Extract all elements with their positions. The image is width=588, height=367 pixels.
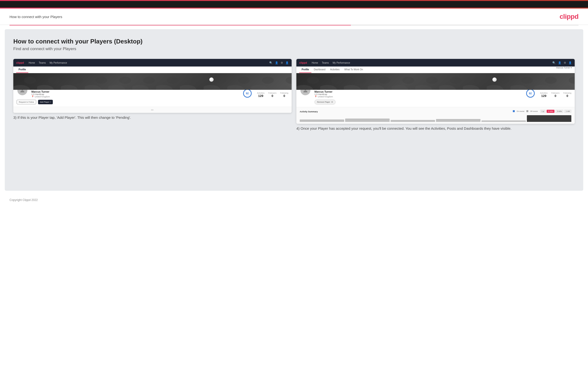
settings-icon[interactable]: ⚙ — [281, 61, 283, 64]
activity-legend: On course Off course — [513, 110, 537, 112]
right-nav-icons: 🔍 👤 ⚙ 👤 — [552, 61, 572, 64]
activity-filters: 1 yr 6 mths 3 mths 1 mth — [540, 110, 571, 113]
filter-6mths[interactable]: 6 mths — [547, 110, 554, 113]
left-hero-image — [13, 73, 292, 90]
left-quality-circle: 92 — [243, 89, 252, 98]
right-screenshot-col: clippd Home Teams My Performance 🔍 👤 ⚙ 👤… — [296, 59, 575, 131]
footer: Copyright Clippd 2022 — [0, 195, 588, 206]
activity-summary-subtitle — [319, 111, 319, 113]
right-quality-circle: 92 — [526, 89, 535, 98]
left-nav-teams[interactable]: Teams — [39, 61, 46, 64]
left-player-name: Marcus Turner — [31, 90, 238, 93]
left-mock-browser: clippd Home Teams My Performance 🔍 👤 ⚙ 👤… — [13, 59, 292, 113]
activity-chart — [300, 115, 571, 122]
right-avatar-icon[interactable]: 👤 — [569, 61, 572, 64]
left-followers-label: Followers — [268, 92, 277, 94]
tab-what-to-work-on[interactable]: What To Work On — [342, 67, 366, 73]
left-screenshot-col: clippd Home Teams My Performance 🔍 👤 ⚙ 👤… — [13, 59, 292, 131]
description-3: 3) If this is your Player tap, 'Add Play… — [13, 115, 292, 120]
player-dropdown[interactable]: Marcus Turner ▾ — [556, 67, 572, 73]
left-profile-buttons: Request to Follow Add Player + — [17, 100, 288, 104]
left-stat-activities: Activities 129 — [257, 92, 265, 98]
right-activities-label: Activities — [540, 92, 548, 94]
search-icon[interactable]: 🔍 — [269, 61, 273, 64]
description-4: 4) Once your Player has accepted your re… — [296, 126, 575, 131]
left-following-value: 0 — [280, 94, 288, 98]
header-divider — [9, 25, 579, 25]
right-nav-teams[interactable]: Teams — [322, 61, 329, 64]
page-subheading: Find and connect with your Players — [13, 47, 575, 51]
right-hero-image — [296, 73, 575, 90]
right-followers-label: Followers — [551, 92, 560, 94]
pencil-icon: ✏ — [151, 108, 154, 112]
right-tabs: Profile Dashboard Activities What To Wor… — [296, 67, 575, 73]
chart-bar-4 — [436, 119, 481, 122]
right-settings-icon[interactable]: ⚙ — [564, 61, 566, 64]
page-heading: How to connect with your Players (Deskto… — [13, 38, 575, 45]
right-nav-logo: clippd — [299, 61, 307, 64]
right-mock-browser: clippd Home Teams My Performance 🔍 👤 ⚙ 👤… — [296, 59, 575, 124]
on-course-dot — [513, 110, 515, 112]
tab-profile-right[interactable]: Profile — [299, 67, 311, 73]
left-nav-home[interactable]: Home — [28, 61, 35, 64]
request-follow-button[interactable]: Request to Follow — [17, 100, 36, 104]
left-stat-following: Following 0 — [280, 92, 288, 98]
chart-bar-2 — [345, 118, 390, 122]
right-nav: clippd Home Teams My Performance 🔍 👤 ⚙ 👤 — [296, 59, 575, 67]
filter-1mth[interactable]: 1 mth — [564, 110, 571, 113]
user-icon[interactable]: 👤 — [275, 61, 278, 64]
avatar-icon[interactable]: 👤 — [285, 61, 289, 64]
filter-1yr[interactable]: 1 yr — [540, 110, 546, 113]
tab-activities[interactable]: Activities — [328, 67, 342, 73]
chart-bar-5 — [481, 120, 526, 122]
activity-summary-title: Activity Summary — [300, 110, 318, 113]
left-scroll-indicator: ✏ — [13, 107, 292, 113]
tab-profile-left[interactable]: Profile — [16, 67, 28, 73]
remove-x-icon: ✕ — [331, 101, 333, 103]
activity-summary: Activity Summary On course Off course — [296, 107, 575, 124]
hero-overlay — [13, 73, 292, 90]
chart-bar-3 — [390, 120, 435, 122]
right-player-handicap: 1-5 Handicap — [314, 93, 521, 95]
on-course-label: On course — [517, 110, 524, 112]
right-hero-overlay — [296, 73, 575, 90]
right-activities-value: 129 — [540, 94, 548, 98]
activity-summary-header: Activity Summary On course Off course — [300, 109, 571, 113]
right-following-label: Following — [563, 92, 571, 94]
right-nav-home[interactable]: Home — [311, 61, 318, 64]
add-player-button[interactable]: Add Player + — [38, 100, 53, 104]
header-title: How to connect with your Players — [9, 15, 62, 19]
remove-player-label: Remove Player — [317, 101, 330, 103]
screenshots-row: clippd Home Teams My Performance 🔍 👤 ⚙ 👤… — [13, 59, 575, 131]
left-player-location: 📍 United Kingdom — [31, 95, 238, 98]
page-header: How to connect with your Players clippd — [0, 8, 588, 25]
tab-dashboard[interactable]: Dashboard — [311, 67, 328, 73]
off-course-dot — [526, 110, 528, 112]
right-player-location: 📍 United Kingdom — [314, 95, 521, 98]
left-stat-followers: Followers 0 — [268, 92, 277, 98]
filter-3mths[interactable]: 3 mths — [555, 110, 563, 113]
right-stat-followers: Followers 0 — [551, 92, 560, 98]
right-stat-activities: Activities 129 — [540, 92, 548, 98]
left-player-handicap: 1-5 Handicap — [31, 93, 238, 95]
left-followers-value: 0 — [268, 94, 277, 98]
right-following-value: 0 — [563, 94, 571, 98]
top-bar — [0, 0, 588, 8]
left-activities-label: Activities — [257, 92, 265, 94]
left-nav-my-performance[interactable]: My Performance — [50, 61, 67, 64]
right-followers-value: 0 — [551, 94, 560, 98]
clippd-logo: clippd — [560, 13, 579, 20]
right-nav-my-performance[interactable]: My Performance — [333, 61, 350, 64]
left-activities-value: 129 — [257, 94, 265, 98]
chart-bar-6 — [527, 115, 571, 122]
main-content: How to connect with your Players (Deskto… — [5, 29, 583, 191]
right-search-icon[interactable]: 🔍 — [552, 61, 556, 64]
left-tabs: Profile — [13, 67, 292, 73]
chart-bar-1 — [300, 119, 344, 122]
left-following-label: Following — [280, 92, 288, 94]
right-player-name: Marcus Turner — [314, 90, 521, 93]
left-nav-icons: 🔍 👤 ⚙ 👤 — [269, 61, 289, 64]
right-user-icon[interactable]: 👤 — [558, 61, 561, 64]
remove-player-button[interactable]: Remove Player ✕ — [314, 100, 336, 105]
right-stat-following: Following 0 — [563, 92, 571, 98]
